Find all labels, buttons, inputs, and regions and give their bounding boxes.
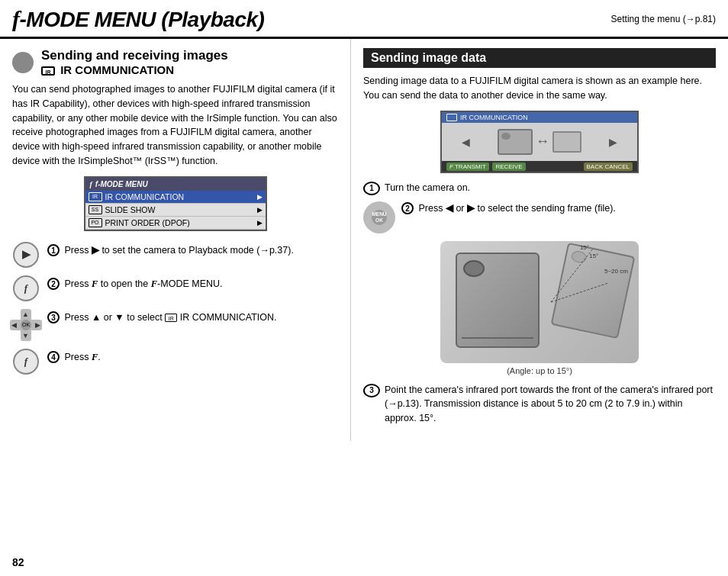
camera-lens-secondary [570,249,588,264]
angle-indicator: 15° [580,244,589,251]
page-header: f-MODE MENU (Playback) Setting the menu … [0,0,728,39]
menu-screenshot: f f-MODE MENU IR IR COMMUNICATION ▶ SS S… [84,176,267,231]
dpad-up: ▲ [22,311,29,318]
content-area: Sending and receiving images IR IR COMMU… [0,39,728,441]
step-3-text: 3 Press ▲ or ▼ to select IR IR COMMUNICA… [47,309,338,325]
ir-screen-header-icon [446,114,457,121]
menu-arrow-3: ▶ [257,219,263,227]
ir-screen-body: ◀ ↔ ▶ [442,123,637,161]
camera-lens-main [463,260,485,277]
step-1-icon-area: ▶ [12,242,40,268]
f-logo: f [12,6,20,31]
menu-header: f f-MODE MENU [85,178,266,191]
right-step-2-icon: MENUOK [363,201,395,233]
right-step-1-num: 1 [363,182,380,195]
f-button-icon-1: f [13,275,39,301]
ir-footer-right: BACK CANCEL [584,163,633,170]
right-column: Sending image data Sending image data to… [351,39,728,441]
left-body-text: You can send photographed images to anot… [12,82,338,169]
ir-right-arrow: ▶ [609,136,617,148]
step-3-row: OK ▲ ▼ ◀ ▶ 3 Press ▲ or ▼ to select IR I… [12,309,338,341]
camera-body-secondary [551,242,636,338]
right-step-2-row: MENUOK 2 Press ◀ or ▶ to select the send… [363,201,716,233]
right-step-3-text: Point the camera's infrared port towards… [385,383,716,426]
dpad-icon: OK ▲ ▼ ◀ ▶ [10,309,42,341]
camera-detail-1 [462,337,533,339]
right-step-2-text: 2 Press ◀ or ▶ to select the sending fra… [401,201,716,216]
camera-illustration: 15° 15° 5~20 cm (Angle: up to 15°) [363,241,716,375]
dpad-left: ◀ [11,321,17,329]
ir-wave-icon: ↔ [536,134,549,150]
camera-body-main [456,253,540,348]
right-step-2-num-circ: 2 [401,202,414,214]
f-button-icon-2: f [13,349,39,375]
ir-comm-icon: IR [41,66,55,76]
right-step-1-text: Turn the camera on. [385,181,716,195]
camera-icon-right [552,131,581,153]
camera-angle-image: 15° 15° 5~20 cm [440,241,639,363]
play-button-icon: ▶ [13,242,39,268]
step-2-num: 2 [47,278,60,290]
menu-f-logo: f [90,180,92,188]
dpad-down: ▼ [22,332,29,339]
step-4-icon-area: f [12,349,40,375]
menu-ok-button-icon: MENUOK [363,201,395,233]
step-2-icon-area: f [12,275,40,301]
right-step-1-row: 1 Turn the camera on. [363,181,716,195]
menu-arrow-2: ▶ [257,206,263,214]
menu-arrow-1: ▶ [257,193,263,201]
menu-ir-icon: IR [89,192,102,201]
section-heading: Sending and receiving images IR IR COMMU… [12,48,338,76]
step-4-num: 4 [47,351,60,363]
step-1-row: ▶ 1 Press ▶ to set the camera to Playbac… [12,242,338,268]
menu-item-ir[interactable]: IR IR COMMUNICATION ▶ [85,191,266,204]
step-4-row: f 4 Press F. [12,349,338,375]
ir-camera-group: ↔ [498,129,581,155]
page-title: f-MODE MENU (Playback) [12,6,264,32]
f-transmit-label: F TRANSMIT [446,163,489,171]
ir-screen-footer: F TRANSMIT RECEIVE BACK CANCEL [442,161,637,172]
menu-print-icon: PO [89,218,102,227]
right-step-3-row: 3 Point the camera's infrared port towar… [363,383,716,426]
right-step-3-num: 3 [363,384,380,397]
angle-label: (Angle: up to 15°) [507,366,572,375]
ir-left-arrow: ◀ [462,136,470,148]
menu-slideshow-icon: SS [89,205,102,214]
step-2-text: 2 Press F to open the F-MODE MENU. [47,275,338,291]
right-section-title: Sending image data [363,48,716,68]
page-subtitle: Setting the menu (→p.81) [611,14,716,24]
step-1-num: 1 [47,244,60,256]
dpad-right: ▶ [35,321,40,329]
section-icon [12,52,34,73]
step-4-text: 4 Press F. [47,349,338,365]
menu-item-print[interactable]: PO PRINT ORDER (DPOF) ▶ [85,217,266,230]
menu-item-slideshow[interactable]: SS SLIDE SHOW ▶ [85,204,266,217]
page: f-MODE MENU (Playback) Setting the menu … [0,0,728,576]
ir-icon-inline-2: IR [165,314,177,322]
ir-footer-left: F TRANSMIT RECEIVE [446,163,526,170]
step-3-icon-area: OK ▲ ▼ ◀ ▶ [12,309,40,341]
ir-cancel-label: BACK CANCEL [584,163,633,171]
page-number: 82 [12,556,24,568]
section-title: Sending and receiving images IR IR COMMU… [41,48,228,76]
ir-screen-mockup: IR COMMUNICATION ◀ ↔ ▶ [440,111,639,173]
step-3-num: 3 [47,311,60,323]
step-1-text: 1 Press ▶ to set the camera to Playback … [47,242,338,258]
left-column: Sending and receiving images IR IR COMMU… [0,39,351,441]
camera-icon-left [498,129,533,155]
ir-screen-header: IR COMMUNICATION [442,112,637,123]
ir-receive-label: RECEIVE [492,163,525,171]
step-2-row: f 2 Press F to open the F-MODE MENU. [12,275,338,301]
camera-lens [501,133,511,140]
right-body-text: Sending image data to a FUJIFILM digital… [363,74,716,103]
